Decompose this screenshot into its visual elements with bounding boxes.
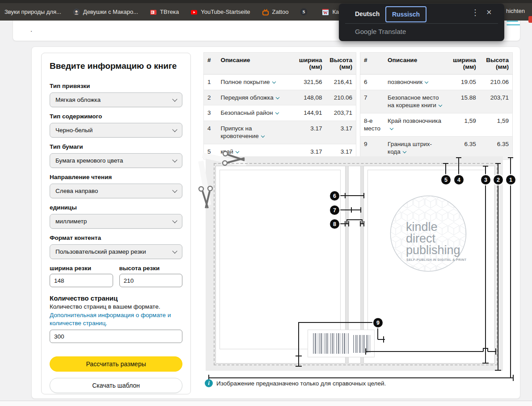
bookmark-zattoo[interactable]: Zattoo — [262, 8, 289, 16]
trim-width-input[interactable] — [50, 274, 113, 287]
chevron-down-icon — [172, 248, 177, 253]
table-row: 4 Припуск на кровотечение 3.17 3.17 — [204, 121, 356, 144]
row-desc-link[interactable]: Передняя обложка — [217, 90, 291, 105]
col-desc: Описание — [384, 53, 446, 75]
trim-height-label: высота резки — [119, 265, 183, 272]
form-title: Введите информацию о книге — [50, 61, 182, 71]
col-num: # — [204, 53, 217, 75]
col-width: ширина (мм) — [292, 53, 326, 75]
table-header-row: # Описание ширина (мм) Высота (мм) — [204, 53, 356, 75]
col-num: # — [360, 53, 384, 75]
bookmark-s-site[interactable]: S — [300, 8, 310, 16]
chevron-down-icon — [172, 127, 177, 132]
measurement-lines — [197, 152, 519, 384]
page-count-input[interactable] — [50, 330, 182, 343]
page-count-desc: Количество страниц в вашем формате. — [50, 303, 182, 310]
bookmark-label: Девушки с Макаро... — [83, 8, 138, 15]
translate-caption: Google Translate — [355, 28, 406, 35]
marker-5: 5 — [441, 175, 451, 184]
content-type-select[interactable]: Черно-белый — [50, 123, 182, 138]
popup-divider — [345, 23, 498, 24]
marker-7: 7 — [330, 205, 339, 215]
reading-direction-value: Слева направо — [55, 188, 98, 194]
translate-tab-deutsch[interactable]: Deutsch — [355, 10, 380, 17]
trim-height-input[interactable] — [119, 274, 183, 287]
clipped-link-fragment — [507, 21, 518, 22]
close-icon[interactable]: × — [486, 8, 492, 17]
translate-tab-russisch[interactable]: Russisch — [385, 6, 426, 22]
info-icon: i — [205, 379, 213, 387]
scissors-icon — [198, 184, 214, 213]
reference-note: i Изображение предназначено только для с… — [205, 379, 513, 387]
kebab-menu-icon[interactable]: ⋮ — [471, 8, 479, 17]
chevron-down-icon — [172, 188, 177, 193]
calculate-button[interactable]: Рассчитать размеры — [50, 356, 182, 372]
paper-type-select[interactable]: Бумага кремового цвета — [50, 153, 182, 168]
marker-6: 6 — [330, 191, 339, 201]
book-info-form: Введите информацию о книге Тип привязки … — [41, 53, 191, 394]
zattoo-tv-icon — [262, 8, 269, 16]
row-desc-link[interactable]: позвоночник — [384, 75, 446, 90]
table-row: 1 Полное покрытие 321,56 216,41 — [204, 75, 356, 90]
content-format-value: Пользовательский размер резки — [55, 248, 146, 255]
units-select[interactable]: миллиметр — [50, 214, 182, 229]
row-desc-link[interactable]: Безопасный район — [217, 105, 291, 121]
marker-3: 3 — [481, 175, 490, 184]
reference-note-text: Изображение предназначено только для спр… — [216, 379, 386, 387]
favicon-red-clipped-icon[interactable] — [528, 16, 532, 23]
chevron-down-icon — [172, 96, 177, 101]
window-top-strip — [0, 0, 532, 3]
chevron-down-icon — [439, 103, 442, 107]
marker-8: 8 — [330, 219, 339, 229]
page-count-label: Количество страниц — [50, 294, 182, 302]
globe-s-icon: S — [300, 8, 307, 16]
dimensions-table-left: # Описание ширина (мм) Высота (мм) 1 Пол… — [203, 52, 356, 159]
tv-red-icon — [150, 8, 157, 16]
chevron-down-icon — [276, 95, 279, 99]
stray-dot: . — [30, 25, 32, 33]
units-value: миллиметр — [55, 218, 87, 225]
marker-4: 4 — [454, 175, 464, 184]
chevron-down-icon — [425, 80, 428, 84]
svg-text:S: S — [303, 9, 305, 14]
chevron-down-icon — [172, 157, 177, 162]
content-type-value: Черно-белый — [55, 127, 93, 134]
download-template-button[interactable]: Скачать шаблон — [50, 378, 182, 393]
chevron-down-icon — [172, 218, 177, 223]
binding-type-value: Мягкая обложка — [55, 96, 101, 103]
paper-type-value: Бумага кремового цвета — [55, 157, 123, 164]
clipped-link-fragment — [507, 24, 520, 25]
table-header-row: # Описание ширина (мм) Высота (мм) — [360, 53, 513, 75]
col-height: Высота (мм) — [480, 53, 513, 75]
content-type-label: Тип содержимого — [50, 113, 182, 120]
row-desc-link[interactable]: Полное покрытие — [217, 75, 291, 90]
row-desc-link[interactable]: Безопасное место на корешке книги — [384, 90, 446, 113]
bookmark-zvuki[interactable]: Звуки природы для... — [4, 8, 61, 15]
reading-direction-label: Направление чтения — [50, 174, 182, 180]
col-desc: Описание — [217, 53, 291, 75]
bookmark-label-clipped[interactable]: hichten — [506, 8, 525, 14]
table-row: 7 Безопасное место на корешке книги 15.8… — [360, 90, 513, 113]
binding-type-select[interactable]: Мягкая обложка — [50, 92, 182, 107]
bookmark-youtube[interactable]: YouTube-Startseite — [190, 8, 250, 16]
content-format-select[interactable]: Пользовательский размер резки — [50, 244, 182, 259]
content-format-label: Формат контента — [50, 234, 182, 241]
table-row: 2 Передняя обложка 148,08 210.06 — [204, 90, 356, 105]
page-count-info-link[interactable]: Дополнительная информация о формате и ко… — [50, 312, 171, 326]
binding-type-label: Тип привязки — [50, 83, 182, 89]
translate-popup: Deutsch Russisch ⋮ × Google Translate — [339, 4, 504, 41]
row-desc-link[interactable]: Припуск на кровотечение — [217, 121, 291, 144]
avatar-icon — [73, 8, 80, 16]
bookmark-label: Звуки природы для... — [4, 8, 61, 15]
row-desc-link[interactable]: Край позвоночника — [384, 113, 446, 136]
page: Вспомогательного слоя в программном обес… — [0, 0, 532, 406]
bookmark-tvteka[interactable]: ТВтека — [150, 8, 179, 16]
marker-2: 2 — [494, 175, 503, 184]
chevron-down-icon — [261, 134, 264, 138]
bookmark-label: ТВтека — [160, 8, 179, 15]
trim-width-label: ширина резки — [50, 265, 113, 272]
reading-direction-select[interactable]: Слева направо — [50, 184, 182, 198]
svg-text:W: W — [323, 10, 328, 15]
col-width: ширина (мм) — [446, 53, 480, 75]
bookmark-devushki[interactable]: Девушки с Макаро... — [73, 8, 138, 16]
